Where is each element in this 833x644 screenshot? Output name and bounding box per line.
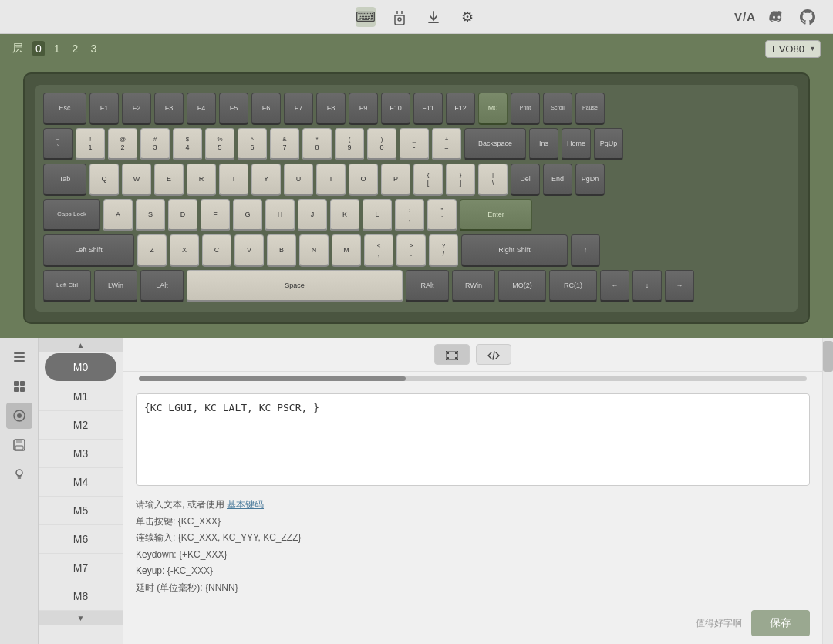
macro-item-m3[interactable]: M3 <box>39 440 123 468</box>
key-u[interactable]: U <box>284 164 313 196</box>
save-button[interactable]: 保存 <box>751 610 810 636</box>
key-f6[interactable]: F6 <box>251 93 281 125</box>
key-space[interactable]: Space <box>187 270 403 302</box>
key-backslash[interactable]: |\ <box>478 164 508 196</box>
key-f11[interactable]: F11 <box>413 93 443 125</box>
key-q[interactable]: Q <box>89 164 119 196</box>
key-capslock[interactable]: Caps Lock <box>43 199 100 231</box>
key-z[interactable]: Z <box>137 234 167 267</box>
key-tilde[interactable]: ~` <box>43 128 73 160</box>
film-tab[interactable] <box>434 344 470 365</box>
key-pgup[interactable]: PgUp <box>594 128 623 160</box>
key-tab[interactable]: Tab <box>43 164 86 196</box>
key-equals[interactable]: += <box>432 128 461 160</box>
key-j[interactable]: J <box>298 199 327 231</box>
key-print[interactable]: Print <box>511 93 540 125</box>
key-lwin[interactable]: LWin <box>94 270 137 302</box>
key-home[interactable]: Home <box>562 128 591 160</box>
key-9[interactable]: (9 <box>335 128 364 160</box>
key-left[interactable]: ← <box>600 270 629 302</box>
key-left-shift[interactable]: Left Shift <box>43 234 134 267</box>
key-8[interactable]: *8 <box>302 128 332 160</box>
key-m0[interactable]: M0 <box>478 93 508 125</box>
key-lalt[interactable]: LAlt <box>140 270 184 302</box>
key-period[interactable]: >. <box>396 234 426 267</box>
key-backspace[interactable]: Backspace <box>464 128 526 160</box>
layer-1[interactable]: 1 <box>51 41 63 56</box>
key-6[interactable]: ^6 <box>238 128 267 160</box>
github-icon[interactable] <box>798 7 818 27</box>
key-esc[interactable]: Esc <box>43 93 86 125</box>
key-f5[interactable]: F5 <box>219 93 248 125</box>
keyboard-icon[interactable]: ⌨ <box>356 7 376 27</box>
key-enter[interactable]: Enter <box>460 199 532 231</box>
key-end[interactable]: End <box>543 164 572 196</box>
key-down[interactable]: ↓ <box>632 270 662 302</box>
key-m[interactable]: M <box>332 234 361 267</box>
macro-item-m7[interactable]: M7 <box>39 554 123 582</box>
key-right[interactable]: → <box>665 270 694 302</box>
key-rbracket[interactable]: }] <box>446 164 475 196</box>
sidebar-grid-icon[interactable] <box>6 373 32 400</box>
key-k[interactable]: K <box>330 199 359 231</box>
key-semicolon[interactable]: :; <box>395 199 424 231</box>
key-e[interactable]: E <box>154 164 184 196</box>
key-y[interactable]: Y <box>251 164 281 196</box>
sidebar-list-icon[interactable] <box>6 344 32 370</box>
right-scrollbar[interactable] <box>822 338 833 644</box>
sidebar-record-icon[interactable] <box>6 403 32 429</box>
key-n[interactable]: N <box>299 234 329 267</box>
macro-item-m0[interactable]: M0 <box>45 353 116 381</box>
key-f12[interactable]: F12 <box>446 93 475 125</box>
key-minus[interactable]: _- <box>400 128 429 160</box>
key-3[interactable]: #3 <box>140 128 170 160</box>
layer-3[interactable]: 3 <box>87 41 99 56</box>
key-o[interactable]: O <box>349 164 378 196</box>
key-pgdn[interactable]: PgDn <box>575 164 605 196</box>
key-x[interactable]: X <box>170 234 199 267</box>
code-tab[interactable] <box>476 344 511 365</box>
sidebar-save-icon[interactable] <box>6 432 32 458</box>
key-left-ctrl[interactable]: Left Ctrl <box>43 270 91 302</box>
key-s[interactable]: S <box>136 199 165 231</box>
key-w[interactable]: W <box>122 164 151 196</box>
key-4[interactable]: $4 <box>173 128 202 160</box>
key-quote[interactable]: "' <box>427 199 457 231</box>
help-link[interactable]: 基本键码 <box>227 499 264 510</box>
key-v[interactable]: V <box>234 234 264 267</box>
key-a[interactable]: A <box>103 199 133 231</box>
macro-item-m8[interactable]: M8 <box>39 582 123 611</box>
key-c[interactable]: C <box>202 234 231 267</box>
macro-item-m6[interactable]: M6 <box>39 525 123 554</box>
key-f9[interactable]: F9 <box>349 93 378 125</box>
key-7[interactable]: &7 <box>270 128 299 160</box>
key-right-shift[interactable]: Right Shift <box>461 234 568 267</box>
download-icon[interactable] <box>423 7 443 27</box>
key-2[interactable]: @2 <box>108 128 137 160</box>
key-p[interactable]: P <box>381 164 410 196</box>
key-mo2[interactable]: MO(2) <box>498 270 546 302</box>
scrollbar-thumb[interactable] <box>823 341 833 372</box>
key-g[interactable]: G <box>233 199 262 231</box>
layer-2[interactable]: 2 <box>69 41 82 56</box>
key-ins[interactable]: Ins <box>529 128 558 160</box>
key-1[interactable]: !1 <box>76 128 105 160</box>
key-f[interactable]: F <box>201 199 230 231</box>
device-selector[interactable]: EVO80 <box>765 40 821 58</box>
key-5[interactable]: %5 <box>205 128 234 160</box>
key-lbracket[interactable]: {[ <box>413 164 443 196</box>
key-l[interactable]: L <box>363 199 392 231</box>
key-t[interactable]: T <box>219 164 248 196</box>
macro-scroll-down[interactable]: ▼ <box>39 611 123 625</box>
macro-item-m1[interactable]: M1 <box>39 383 123 411</box>
macro-item-m2[interactable]: M2 <box>39 411 123 440</box>
key-pause[interactable]: Pause <box>575 93 605 125</box>
key-h[interactable]: H <box>265 199 295 231</box>
key-f4[interactable]: F4 <box>187 93 216 125</box>
macro-scroll-up[interactable]: ▲ <box>39 338 123 352</box>
key-comma[interactable]: <, <box>364 234 393 267</box>
key-rwin[interactable]: RWin <box>452 270 495 302</box>
device-select-input[interactable]: EVO80 <box>765 40 821 58</box>
key-d[interactable]: D <box>168 199 197 231</box>
sidebar-bulb-icon[interactable] <box>6 461 32 487</box>
